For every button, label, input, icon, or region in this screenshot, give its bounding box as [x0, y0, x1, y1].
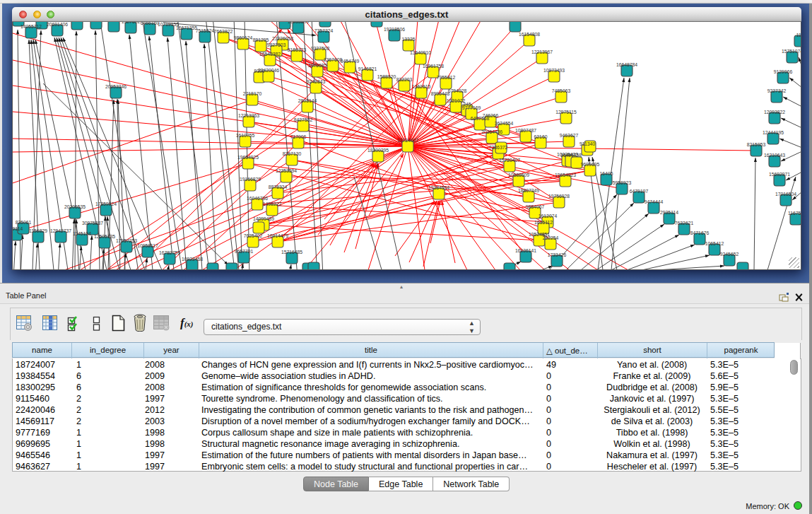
- svg-text:23226058: 23226058: [272, 36, 293, 41]
- svg-text:1610755: 1610755: [236, 133, 255, 138]
- svg-text:16495758: 16495758: [560, 153, 582, 158]
- svg-text:8878334: 8878334: [269, 185, 288, 189]
- svg-text:39114: 39114: [13, 226, 23, 231]
- svg-text:116753: 116753: [788, 211, 801, 216]
- svg-text:9777169: 9777169: [462, 105, 481, 110]
- svg-text:7663822: 7663822: [214, 29, 233, 34]
- svg-text:9327508: 9327508: [311, 46, 330, 51]
- svg-text:19166829: 19166829: [240, 177, 261, 182]
- svg-text:12213363: 12213363: [238, 113, 259, 118]
- svg-text:1527602: 1527602: [122, 22, 141, 24]
- svg-text:12942737: 12942737: [50, 228, 71, 233]
- svg-text:23420046: 23420046: [258, 68, 279, 73]
- svg-text:3624554: 3624554: [495, 121, 514, 126]
- svg-text:17957253: 17957253: [116, 238, 137, 243]
- svg-text:12213967: 12213967: [531, 49, 553, 54]
- svg-text:16136141: 16136141: [515, 248, 536, 253]
- svg-text:18300295: 18300295: [367, 148, 389, 153]
- svg-text:9129966: 9129966: [774, 69, 793, 74]
- svg-text:717006: 717006: [290, 134, 307, 139]
- svg-text:3675685: 3675685: [308, 63, 327, 68]
- svg-text:16046786: 16046786: [247, 196, 268, 201]
- svg-text:1615112: 1615112: [534, 220, 553, 225]
- svg-text:6794028: 6794028: [448, 88, 467, 93]
- svg-text:14055712: 14055712: [20, 24, 42, 29]
- svg-text:9860124: 9860124: [234, 35, 253, 40]
- svg-text:10973493: 10973493: [543, 68, 565, 73]
- svg-text:17016504: 17016504: [775, 192, 796, 197]
- svg-text:16033809: 16033809: [288, 22, 309, 24]
- svg-text:10923468: 10923468: [182, 257, 203, 262]
- svg-text:15720407: 15720407: [499, 158, 520, 163]
- svg-text:2087682: 2087682: [506, 22, 525, 23]
- svg-text:16648784: 16648784: [616, 62, 637, 67]
- svg-text:7632621: 7632621: [675, 221, 694, 226]
- svg-text:62160: 62160: [534, 134, 548, 139]
- svg-text:8471676: 8471676: [690, 230, 710, 235]
- svg-text:10807487: 10807487: [515, 128, 536, 133]
- svg-text:8267130: 8267130: [283, 151, 302, 156]
- svg-text:832203: 832203: [396, 77, 413, 82]
- svg-text:911340: 911340: [579, 141, 595, 146]
- svg-text:19654925: 19654925: [237, 155, 259, 160]
- svg-text:7955812: 7955812: [437, 75, 456, 80]
- svg-text:9463627: 9463627: [560, 133, 579, 138]
- svg-text:10688609: 10688609: [508, 173, 529, 177]
- svg-text:16543382: 16543382: [259, 52, 281, 57]
- svg-text:12353594: 12353594: [276, 168, 297, 173]
- svg-text:8186323: 8186323: [288, 47, 307, 52]
- svg-text:12505135: 12505135: [94, 234, 115, 239]
- svg-text:13325: 13325: [402, 37, 416, 42]
- svg-text:15716485: 15716485: [281, 250, 302, 255]
- svg-text:9146821: 9146821: [358, 66, 377, 71]
- svg-text:9474444: 9474444: [645, 199, 664, 204]
- svg-text:20953346: 20953346: [105, 84, 126, 89]
- svg-text:746266: 746266: [483, 113, 499, 118]
- svg-text:6479197: 6479197: [630, 189, 649, 194]
- svg-text:2935114: 2935114: [660, 210, 678, 215]
- svg-text:111: 111: [796, 33, 801, 37]
- svg-text:835061: 835061: [16, 220, 32, 225]
- svg-text:16961758: 16961758: [423, 64, 444, 69]
- svg-text:16671355: 16671355: [176, 25, 197, 30]
- svg-text:16914479: 16914479: [267, 233, 288, 238]
- svg-text:18807249: 18807249: [518, 188, 539, 193]
- svg-text:16782759: 16782759: [159, 250, 180, 255]
- svg-text:8454749: 8454749: [341, 59, 360, 64]
- svg-text:19218506: 19218506: [384, 27, 405, 32]
- svg-text:20364436: 20364436: [481, 129, 502, 134]
- svg-text:9699695: 9699695: [581, 162, 600, 167]
- svg-text:8990448: 8990448: [431, 91, 450, 96]
- svg-text:6466160: 6466160: [141, 22, 160, 25]
- svg-text:252254: 252254: [543, 235, 559, 240]
- svg-text:1362615: 1362615: [412, 84, 431, 89]
- svg-text:9657791: 9657791: [235, 249, 254, 254]
- svg-text:12093822: 12093822: [764, 110, 785, 115]
- svg-text:10958117: 10958117: [137, 243, 158, 248]
- svg-text:14099489: 14099489: [253, 216, 274, 221]
- svg-text:16405: 16405: [600, 171, 613, 176]
- svg-text:1588520: 1588520: [377, 74, 396, 79]
- svg-text:8427552: 8427552: [294, 117, 313, 122]
- svg-text:1156829: 1156829: [29, 228, 47, 233]
- svg-text:2803144: 2803144: [298, 98, 317, 103]
- svg-text:9242843: 9242843: [307, 79, 326, 84]
- svg-text:1065412: 1065412: [705, 241, 724, 246]
- svg-text:891295: 891295: [253, 37, 269, 42]
- svg-text:30975887: 30975887: [82, 221, 103, 226]
- svg-text:13640910: 13640910: [410, 50, 431, 55]
- svg-text:12444195: 12444195: [763, 130, 784, 135]
- svg-text:8215953: 8215953: [747, 142, 766, 147]
- svg-text:7625402: 7625402: [244, 233, 263, 238]
- svg-text:2718170: 2718170: [243, 91, 262, 96]
- svg-text:9827503: 9827503: [267, 42, 286, 47]
- svg-text:9884067: 9884067: [526, 204, 545, 209]
- svg-text:7357224: 7357224: [314, 28, 334, 33]
- svg-text:9245652: 9245652: [720, 252, 739, 257]
- svg-text:18724007: 18724007: [397, 138, 418, 143]
- svg-text:5958923: 5958923: [613, 180, 632, 185]
- svg-text:7386372: 7386372: [489, 145, 508, 150]
- svg-text:2367608: 2367608: [324, 57, 343, 62]
- svg-text:17359924: 17359924: [95, 201, 117, 206]
- svg-text:16210643: 16210643: [764, 153, 785, 158]
